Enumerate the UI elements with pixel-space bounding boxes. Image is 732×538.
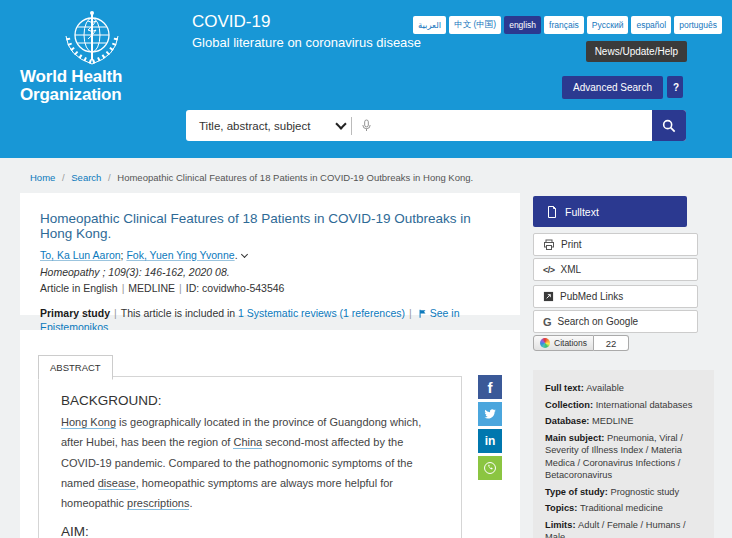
detail-row: Type of study: Prognostic study — [545, 486, 702, 499]
external-link-icon — [543, 291, 554, 302]
whatsapp-icon[interactable] — [478, 456, 502, 480]
linkedin-icon[interactable]: in — [478, 429, 502, 453]
entity-link[interactable]: Hong Kong — [61, 416, 116, 429]
article-details-panel: Full text: AvailableCollection: Internat… — [533, 370, 714, 538]
advanced-search-button[interactable]: Advanced Search — [562, 76, 663, 99]
detail-value: Prognostic study — [610, 487, 679, 497]
detail-label: Collection: — [545, 400, 596, 410]
search-bar: Title, abstract, subject — [186, 110, 686, 141]
article-title: Homeopathic Clinical Features of 18 Pati… — [40, 211, 500, 241]
citations-button[interactable]: Citations — [533, 335, 594, 351]
divider — [351, 117, 352, 135]
search-scope-value: Title, abstract, subject — [199, 120, 310, 132]
author-link-0[interactable]: To, Ka Lun Aaron — [40, 249, 121, 261]
lang-button-1[interactable]: 中文 (中国) — [449, 16, 501, 34]
detail-value: MEDLINE — [592, 416, 633, 426]
article-type: Article in English — [40, 282, 118, 294]
detail-label: Type of study: — [545, 487, 610, 497]
language-switcher: العربية中文 (中国)englishfrançaisРусскийespa… — [413, 16, 722, 34]
google-icon: G — [543, 316, 552, 328]
page-subtitle: Global literature on coronavirus disease — [192, 35, 421, 50]
detail-value: Available — [586, 383, 624, 393]
detail-value: Traditional medicine — [580, 503, 663, 513]
print-button[interactable]: Print — [533, 233, 698, 256]
flag-icon — [418, 308, 428, 321]
detail-row: Database: MEDLINE — [545, 415, 702, 428]
xml-button[interactable]: </> XML — [533, 258, 698, 281]
abstract-heading: AIM: — [61, 524, 439, 538]
lang-button-0[interactable]: العربية — [413, 16, 446, 34]
search-scope-selector[interactable]: Title, abstract, subject — [186, 120, 351, 132]
lang-button-3[interactable]: français — [544, 16, 584, 34]
journal-citation: Homeopathy ; 109(3): 146-162, 2020 08. — [40, 266, 500, 278]
twitter-icon[interactable] — [478, 402, 502, 426]
lang-button-5[interactable]: español — [631, 16, 671, 34]
printer-icon — [543, 239, 555, 251]
who-logo[interactable]: World Health Organization — [14, 6, 164, 110]
microphone-icon[interactable] — [361, 118, 372, 133]
help-button[interactable]: ? — [667, 76, 683, 98]
detail-row: Limits: Adult / Female / Humans / Male — [545, 519, 702, 538]
lang-button-4[interactable]: Русский — [587, 16, 629, 34]
detail-row: Full text: Available — [545, 382, 702, 395]
chevron-down-icon[interactable] — [241, 251, 248, 258]
share-buttons: f in — [478, 375, 502, 483]
citations-badge: Citations 22 — [533, 335, 629, 351]
article-id: ID: covidwho-543546 — [186, 282, 285, 294]
citations-count: 22 — [594, 335, 629, 351]
entity-link[interactable]: China — [233, 436, 262, 449]
abstract-box: BACKGROUND:Hong Kong is geographically l… — [38, 376, 462, 538]
abstract-paragraph: Hong Kong is geographically located in t… — [61, 412, 439, 514]
breadcrumb-search-link[interactable]: Search — [71, 172, 101, 183]
search-submit-button[interactable] — [652, 110, 686, 141]
breadcrumb: Home / Search / Homeopathic Clinical Fea… — [30, 172, 473, 183]
entity-link[interactable]: prescriptions — [127, 497, 189, 510]
article-database: MEDLINE — [128, 282, 175, 294]
detail-row: Topics: Traditional medicine — [545, 502, 702, 515]
authors-line: To, Ka Lun Aaron; Fok, Yuen Ying Yvonne. — [40, 249, 500, 261]
abstract-heading: BACKGROUND: — [61, 393, 439, 408]
facebook-icon[interactable]: f — [478, 375, 502, 399]
org-name: World Health Organization — [20, 68, 122, 104]
article-card: Homeopathic Clinical Features of 18 Pati… — [20, 193, 520, 315]
who-emblem-icon — [48, 8, 136, 70]
search-input[interactable] — [378, 112, 652, 140]
lang-button-2[interactable]: english — [504, 16, 541, 34]
study-type-badge: Primary study — [40, 307, 110, 319]
detail-row: Main subject: Pneumonia, Viral / Severit… — [545, 432, 702, 482]
detail-row: Collection: International databases — [545, 399, 702, 412]
page-title: COVID-19 — [192, 12, 270, 32]
detail-label: Main subject: — [545, 433, 607, 443]
lang-button-6[interactable]: português — [674, 16, 722, 34]
detail-label: Topics: — [545, 503, 580, 513]
author-link-1[interactable]: Fok, Yuen Ying Yvonne — [126, 249, 234, 261]
entity-link[interactable]: disease — [98, 477, 136, 490]
pubmed-links-button[interactable]: PubMed Links — [533, 285, 698, 308]
tab-abstract[interactable]: ABSTRACT — [38, 355, 113, 380]
detail-label: Limits: — [545, 520, 578, 530]
breadcrumb-home-link[interactable]: Home — [30, 172, 55, 183]
article-meta-line: Article in English|MEDLINE|ID: covidwho-… — [40, 282, 500, 294]
search-on-google-button[interactable]: G Search on Google — [533, 310, 698, 333]
citations-dot-icon — [540, 338, 550, 348]
page: World Health Organization COVID-19 Globa… — [0, 0, 732, 538]
search-icon — [661, 118, 677, 134]
document-icon — [546, 205, 558, 219]
detail-value: International databases — [596, 400, 693, 410]
breadcrumb-current: Homeopathic Clinical Features of 18 Pati… — [117, 172, 473, 183]
detail-label: Database: — [545, 416, 592, 426]
news-update-help-button[interactable]: News/Update/Help — [586, 41, 687, 62]
abstract-card: ABSTRACT BACKGROUND:Hong Kong is geograp… — [20, 330, 520, 538]
site-header: World Health Organization COVID-19 Globa… — [0, 0, 732, 158]
fulltext-button[interactable]: Fulltext — [533, 196, 687, 227]
chevron-down-icon — [335, 118, 346, 129]
systematic-reviews-link[interactable]: 1 Systematic reviews (1 references) — [238, 307, 405, 319]
detail-label: Full text: — [545, 383, 586, 393]
code-icon: </> — [543, 265, 555, 275]
